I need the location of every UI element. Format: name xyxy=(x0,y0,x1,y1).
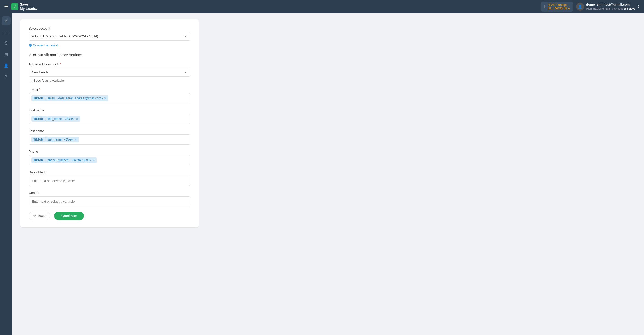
main-content: Select account eSputnik (account added 0… xyxy=(12,13,644,335)
dob-label: Date of birth xyxy=(29,170,190,174)
last-name-tag: TikTok | last_name: «Doe» × xyxy=(31,137,79,142)
specify-variable-row: Specify as a variable xyxy=(29,79,190,82)
email-group: E-mail * TikTok | email: «test_email_add… xyxy=(29,88,190,103)
sidebar-item-integrations[interactable]: ⋮⋮ xyxy=(2,27,11,37)
plus-icon: ⊕ xyxy=(29,43,32,48)
first-name-input[interactable]: TikTok | first_name: «Jane» × xyxy=(29,114,190,124)
leads-usage-text: LEADS usage: 58 of 5'000 (1%) xyxy=(548,3,570,10)
header-right: ℹ LEADS usage: 58 of 5'000 (1%) 👤 demo_s… xyxy=(541,2,640,12)
last-name-label: Last name xyxy=(29,129,190,133)
sidebar-item-billing[interactable]: $ xyxy=(2,39,11,48)
back-button[interactable]: ✏ Back xyxy=(29,212,50,220)
specify-variable-label[interactable]: Specify as a variable xyxy=(33,79,64,82)
sidebar-item-tools[interactable]: ⊞ xyxy=(2,50,11,59)
pencil-icon: ✏ xyxy=(33,214,36,218)
email-tag: TikTok | email: «test_email_address@mail… xyxy=(31,95,108,101)
required-marker: * xyxy=(60,62,61,66)
first-name-tag-remove[interactable]: × xyxy=(76,117,78,121)
sidebar-item-profile[interactable]: 👤 xyxy=(2,61,11,70)
first-name-tag: TikTok | first_name: «Jane» × xyxy=(31,116,80,122)
sidebar-item-help[interactable]: ? xyxy=(2,72,11,81)
logo-text: Save My Leads. xyxy=(20,2,37,11)
address-book-group: Add to address book * New Leads ▼ Specif… xyxy=(29,62,190,82)
phone-tag: TikTok | phone_number: «8001000000» × xyxy=(31,157,97,163)
info-icon: ℹ xyxy=(544,5,545,9)
specify-variable-checkbox[interactable] xyxy=(29,79,32,82)
email-tag-remove[interactable]: × xyxy=(104,96,106,100)
gender-group: Gender xyxy=(29,191,190,206)
header: ☰ ✓ Save My Leads. ℹ LEADS usage: 58 of … xyxy=(0,0,644,13)
select-account-label: Select account xyxy=(29,26,190,30)
dob-input[interactable] xyxy=(29,176,190,186)
required-marker: * xyxy=(39,88,40,92)
phone-label: Phone xyxy=(29,150,190,153)
gender-input[interactable] xyxy=(29,196,190,206)
header-left: ☰ ✓ Save My Leads. xyxy=(4,2,37,11)
dob-group: Date of birth xyxy=(29,170,190,186)
sidebar: ⌂ ⋮⋮ $ ⊞ 👤 ? xyxy=(0,13,12,335)
address-book-label: Add to address book * xyxy=(29,62,190,66)
last-name-tag-remove[interactable]: × xyxy=(75,137,77,142)
content-card: Select account eSputnik (account added 0… xyxy=(20,19,199,227)
phone-group: Phone TikTok | phone_number: «8001000000… xyxy=(29,150,190,165)
last-name-group: Last name TikTok | last_name: «Doe» × xyxy=(29,129,190,145)
gender-label: Gender xyxy=(29,191,190,195)
button-row: ✏ Back Continue xyxy=(29,212,190,220)
address-book-select[interactable]: New Leads xyxy=(29,68,190,77)
logo: ✓ Save My Leads. xyxy=(11,2,37,11)
first-name-label: First name xyxy=(29,108,190,112)
continue-button[interactable]: Continue xyxy=(54,212,84,220)
phone-tag-remove[interactable]: × xyxy=(93,158,95,162)
email-input[interactable]: TikTok | email: «test_email_address@mail… xyxy=(29,93,190,103)
address-book-select-wrapper: New Leads ▼ xyxy=(29,68,190,77)
user-info[interactable]: 👤 demo_sml_test@gmail.com Plan |Basic| l… xyxy=(576,2,640,11)
leads-usage: ℹ LEADS usage: 58 of 5'000 (1%) xyxy=(541,2,573,12)
account-select[interactable]: eSputnik (account added 07/29/2024 - 13:… xyxy=(29,32,190,41)
phone-input[interactable]: TikTok | phone_number: «8001000000» × xyxy=(29,155,190,165)
section-title: 2. eSputnik mandatory settings xyxy=(29,53,190,57)
user-details: demo_sml_test@gmail.com Plan |Basic| lef… xyxy=(586,2,635,11)
first-name-group: First name TikTok | first_name: «Jane» × xyxy=(29,108,190,124)
hamburger-icon[interactable]: ☰ xyxy=(4,4,8,9)
connect-account-link[interactable]: ⊕ Connect account xyxy=(29,43,190,48)
avatar: 👤 xyxy=(576,3,584,11)
chevron-down-icon: ❯ xyxy=(637,5,640,8)
select-account-group: Select account eSputnik (account added 0… xyxy=(29,26,190,48)
last-name-input[interactable]: TikTok | last_name: «Doe» × xyxy=(29,134,190,145)
email-label: E-mail * xyxy=(29,88,190,92)
sidebar-item-home[interactable]: ⌂ xyxy=(2,16,11,25)
account-select-wrapper: eSputnik (account added 07/29/2024 - 13:… xyxy=(29,32,190,41)
logo-icon: ✓ xyxy=(11,3,18,10)
